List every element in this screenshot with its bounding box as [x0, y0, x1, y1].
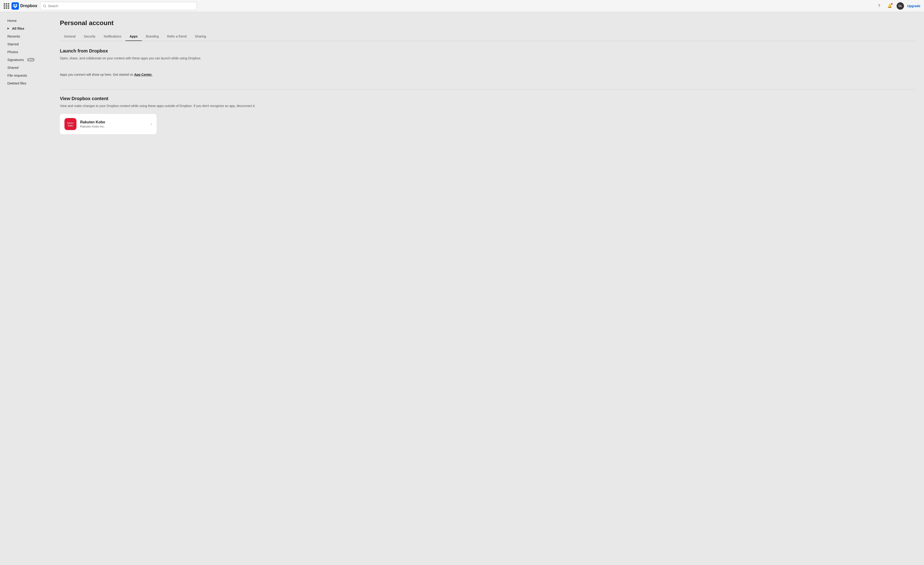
- tab-notifications[interactable]: Notifications: [99, 32, 125, 41]
- topbar-right: ? 🔔 CL Upgrade: [875, 2, 920, 10]
- sidebar-label-shared: Shared: [8, 66, 18, 69]
- sidebar-item-shared[interactable]: Shared: [2, 64, 49, 71]
- new-badge: New: [27, 58, 35, 61]
- help-button[interactable]: ?: [875, 2, 883, 10]
- tab-security[interactable]: Security: [80, 32, 100, 41]
- section-divider: [60, 89, 915, 90]
- tab-refer-a-friend[interactable]: Refer a friend: [163, 32, 191, 41]
- notification-dot: [891, 3, 892, 5]
- main-content: Personal account General Security Notifi…: [51, 12, 924, 565]
- logo-icon: [12, 2, 19, 10]
- empty-text: Apps you connect will show up here. Get …: [60, 73, 134, 76]
- tab-branding[interactable]: Branding: [142, 32, 163, 41]
- sidebar-label-home: Home: [8, 19, 16, 22]
- rakuten-kobo-info: Rakuten Kobo Rakuten Kobo Inc.: [80, 120, 147, 128]
- sidebar-item-recents[interactable]: Recents: [2, 33, 49, 40]
- sidebar-item-deleted-files[interactable]: Deleted files: [2, 79, 49, 87]
- sidebar-item-all-files[interactable]: ▶ All files: [2, 25, 49, 32]
- svg-text:Rakuten: Rakuten: [67, 122, 74, 124]
- upgrade-button[interactable]: Upgrade: [907, 4, 920, 8]
- app-card-rakuten-kobo[interactable]: Rakuten kobo Rakuten Kobo Rakuten Kobo I…: [60, 114, 157, 134]
- body-wrap: Home ▶ All files Recents Starred Photos …: [0, 12, 924, 565]
- view-section: View Dropbox content View and make chang…: [60, 96, 915, 134]
- rakuten-kobo-company: Rakuten Kobo Inc.: [80, 125, 147, 128]
- sidebar-label-deleted-files: Deleted files: [8, 81, 27, 85]
- avatar[interactable]: CL: [897, 2, 904, 10]
- rakuten-kobo-name: Rakuten Kobo: [80, 120, 147, 124]
- sidebar-item-signatures[interactable]: Signatures New: [2, 56, 49, 63]
- search-input[interactable]: [48, 4, 194, 8]
- app-center-link[interactable]: App Center.: [134, 73, 152, 76]
- launch-empty-state: Apps you connect will show up here. Get …: [60, 66, 915, 83]
- tab-general[interactable]: General: [60, 32, 80, 41]
- topbar: Dropbox ? 🔔 CL Upgrade: [0, 0, 924, 12]
- grid-menu-icon[interactable]: [4, 3, 9, 9]
- sidebar-item-photos[interactable]: Photos: [2, 48, 49, 56]
- app-card-chevron-icon: ›: [151, 122, 152, 126]
- sidebar: Home ▶ All files Recents Starred Photos …: [0, 12, 51, 565]
- chevron-icon: ▶: [8, 27, 9, 30]
- launch-section-desc: Open, share, and collaborate on your con…: [60, 56, 915, 61]
- svg-point-0: [43, 4, 45, 7]
- tabs: General Security Notifications Apps Bran…: [60, 32, 915, 41]
- topbar-left: Dropbox: [4, 2, 37, 10]
- search-bar[interactable]: [40, 2, 196, 10]
- view-section-title: View Dropbox content: [60, 96, 915, 101]
- sidebar-label-starred: Starred: [8, 42, 19, 46]
- tab-apps[interactable]: Apps: [126, 32, 142, 41]
- launch-section-title: Launch from Dropbox: [60, 48, 915, 54]
- sidebar-item-home[interactable]: Home: [2, 17, 49, 24]
- search-icon: [43, 4, 46, 7]
- sidebar-item-file-requests[interactable]: File requests: [2, 72, 49, 79]
- sidebar-label-file-requests: File requests: [8, 73, 27, 77]
- notifications-button[interactable]: 🔔: [886, 2, 893, 10]
- logo-text: Dropbox: [20, 3, 37, 8]
- logo[interactable]: Dropbox: [12, 2, 37, 10]
- svg-rect-2: [65, 119, 75, 129]
- view-section-desc: View and make changes to your Dropbox co…: [60, 103, 915, 108]
- launch-section: Launch from Dropbox Open, share, and col…: [60, 48, 915, 83]
- sidebar-label-all-files: All files: [12, 27, 24, 30]
- svg-text:kobo: kobo: [68, 124, 73, 127]
- tab-sharing[interactable]: Sharing: [191, 32, 210, 41]
- help-icon: ?: [878, 4, 880, 8]
- rakuten-kobo-icon: Rakuten kobo: [64, 118, 76, 130]
- page-title: Personal account: [60, 19, 915, 27]
- svg-line-1: [45, 6, 46, 7]
- sidebar-label-recents: Recents: [8, 34, 20, 38]
- sidebar-label-photos: Photos: [8, 50, 18, 54]
- sidebar-item-starred[interactable]: Starred: [2, 40, 49, 48]
- sidebar-label-signatures: Signatures: [8, 58, 24, 62]
